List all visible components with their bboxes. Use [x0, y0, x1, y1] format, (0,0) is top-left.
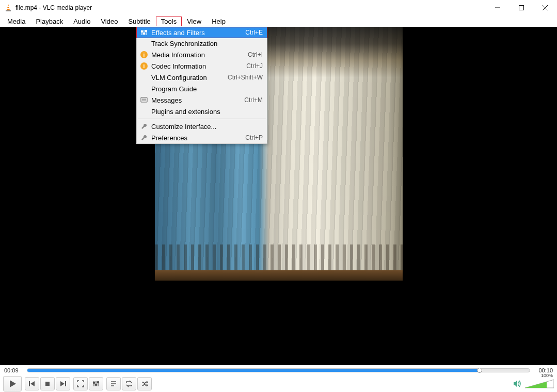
menubar: MediaPlaybackAudioVideoSubtitleToolsView…: [0, 15, 557, 27]
tools-dropdown: Effects and FiltersCtrl+ETrack Synchroni…: [136, 27, 267, 144]
menu-item-label: Preferences: [149, 134, 245, 142]
seek-knob[interactable]: [477, 368, 482, 373]
menu-item-shortcut: Ctrl+M: [244, 96, 263, 104]
menu-item-label: Media Information: [149, 51, 248, 59]
svg-rect-1: [6, 10, 11, 11]
menu-media[interactable]: Media: [2, 17, 30, 26]
window-title: file.mp4 - VLC media player: [15, 4, 92, 11]
svg-rect-20: [45, 382, 50, 386]
maximize-button[interactable]: [510, 0, 533, 15]
volume-percent: 100%: [541, 373, 553, 378]
menu-item-label: Messages: [149, 96, 244, 104]
tools-menu-track-synchronization[interactable]: Track Synchronization: [137, 38, 267, 49]
playlist-group: [106, 377, 152, 390]
stop-button[interactable]: [40, 377, 55, 390]
seek-bar[interactable]: [27, 368, 530, 372]
info-icon: i: [139, 51, 149, 58]
info-icon: i: [139, 62, 149, 70]
tools-menu-vlm-configuration[interactable]: VLM ConfigurationCtrl+Shift+W: [137, 72, 267, 83]
wrench-icon: [139, 123, 149, 130]
tools-menu-effects-and-filters[interactable]: Effects and FiltersCtrl+E: [136, 27, 267, 38]
titlebar: file.mp4 - VLC media player: [0, 0, 557, 15]
menu-tools[interactable]: Tools: [156, 17, 182, 26]
svg-point-27: [96, 384, 97, 386]
svg-rect-2: [7, 6, 9, 7]
svg-point-12: [144, 33, 145, 35]
menu-item-shortcut: Ctrl+J: [246, 62, 263, 70]
menu-item-label: Customize Interface...: [149, 123, 263, 130]
menu-help[interactable]: Help: [206, 17, 231, 26]
current-time: 00:09: [4, 367, 23, 373]
tools-menu-customize-interface[interactable]: Customize Interface...: [137, 121, 267, 132]
loop-button[interactable]: [122, 377, 136, 390]
menu-subtitle[interactable]: Subtitle: [123, 17, 155, 26]
menu-item-shortcut: Ctrl+I: [248, 51, 263, 58]
menu-item-shortcut: Ctrl+Shift+W: [228, 74, 263, 81]
menu-view[interactable]: View: [182, 17, 206, 26]
svg-marker-21: [60, 381, 65, 386]
tools-menu-messages[interactable]: MessagesCtrl+M: [137, 94, 267, 106]
close-button[interactable]: [533, 0, 557, 15]
menu-item-label: Plugins and extensions: [149, 108, 263, 116]
play-button[interactable]: [3, 376, 22, 391]
menu-item-label: Effects and Filters: [149, 29, 245, 37]
menu-video[interactable]: Video: [96, 17, 123, 26]
menu-item-label: VLM Configuration: [149, 74, 228, 81]
next-button[interactable]: [56, 377, 70, 390]
shuffle-button[interactable]: [137, 377, 152, 390]
video-frame-dark: [155, 270, 403, 365]
volume-control: 100%: [513, 379, 554, 388]
svg-point-11: [141, 31, 143, 32]
bottom-bar: 00:09 00:10 100%: [0, 365, 557, 392]
view-group: [73, 377, 103, 390]
seek-row: 00:09 00:10: [0, 365, 557, 375]
transport-group: [25, 377, 70, 390]
tools-menu-media-information[interactable]: iMedia InformationCtrl+I: [137, 49, 267, 60]
window-controls: [486, 0, 557, 15]
sliders-icon: [139, 29, 149, 36]
menu-separator: [138, 119, 266, 119]
controls-row: 100%: [0, 375, 557, 392]
svg-point-28: [98, 382, 99, 383]
svg-marker-32: [514, 380, 517, 387]
svg-point-26: [93, 382, 95, 384]
svg-marker-19: [30, 381, 35, 386]
svg-rect-3: [7, 8, 9, 9]
tools-menu-preferences[interactable]: PreferencesCtrl+P: [137, 132, 267, 143]
menu-audio[interactable]: Audio: [68, 17, 96, 26]
svg-marker-17: [10, 380, 16, 387]
svg-rect-18: [29, 381, 30, 386]
video-area[interactable]: [0, 27, 557, 365]
tools-menu-plugins-and-extensions[interactable]: Plugins and extensions: [137, 106, 267, 117]
vlc-logo-icon: [4, 4, 12, 12]
playlist-button[interactable]: [106, 377, 121, 390]
menu-item-shortcut: Ctrl+P: [245, 134, 263, 141]
tools-menu-program-guide[interactable]: Program Guide: [137, 83, 267, 94]
menu-item-label: Track Synchronization: [149, 40, 263, 47]
menu-item-label: Codec Information: [149, 62, 246, 70]
tools-menu-codec-information[interactable]: iCodec InformationCtrl+J: [137, 60, 267, 72]
minimize-button[interactable]: [486, 0, 510, 15]
messages-icon: [139, 96, 149, 104]
volume-slider[interactable]: 100%: [525, 379, 554, 388]
svg-rect-5: [519, 6, 524, 10]
svg-point-13: [146, 30, 147, 32]
speaker-icon[interactable]: [513, 379, 522, 388]
menu-item-label: Program Guide: [149, 85, 263, 93]
wrench-icon: [139, 134, 149, 141]
seek-fill: [27, 369, 480, 372]
previous-button[interactable]: [25, 377, 39, 390]
extended-settings-button[interactable]: [89, 377, 103, 390]
menu-playback[interactable]: Playback: [30, 17, 68, 26]
fullscreen-button[interactable]: [73, 377, 88, 390]
svg-rect-22: [65, 381, 66, 386]
menu-item-shortcut: Ctrl+E: [245, 29, 263, 36]
